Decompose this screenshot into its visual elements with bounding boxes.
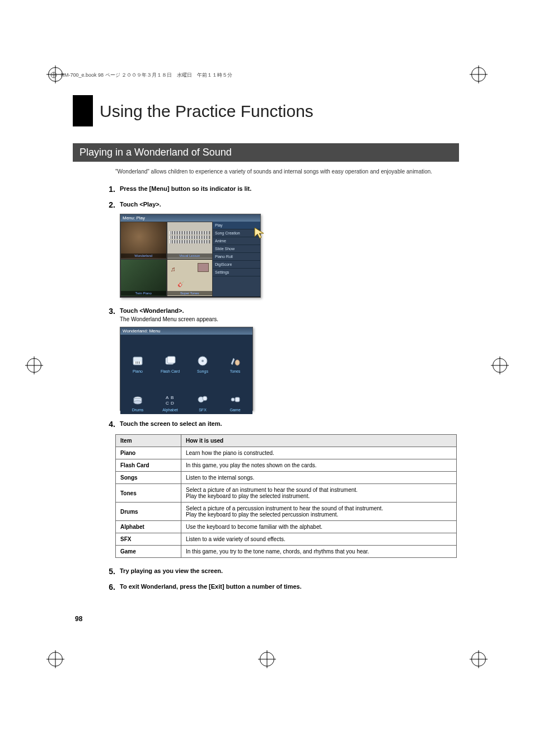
table-row: PianoLearn how the piano is constructed. <box>116 447 457 459</box>
wonder-item-piano: Piano <box>123 337 153 373</box>
svg-point-11 <box>202 360 204 362</box>
col-item: Item <box>116 435 181 447</box>
svg-text:A: A <box>166 395 169 400</box>
wonder-item-songs: Songs <box>188 337 218 373</box>
menu-cell-wonderland: Wonderland <box>120 222 167 259</box>
reg-mark-icon <box>27 358 41 373</box>
step-1: 1. Press the [Menu] button so its indica… <box>101 185 459 194</box>
step-2: 2. Touch <Play>. <box>101 200 459 209</box>
title-decor-box <box>73 95 93 126</box>
menu-cell-super-tones: ♬ 🎸 Super Tones <box>167 259 213 297</box>
wonder-item-alphabet: ABCD Alphabet <box>155 375 185 412</box>
cursor-pointer-icon <box>254 227 267 241</box>
sidebar-item-digiscore: DigiScore <box>213 261 260 269</box>
wonder-item-flash-card: Flash Card <box>155 337 185 373</box>
drum-icon <box>132 393 144 406</box>
table-row: SongsListen to the internal songs. <box>116 472 457 484</box>
step-3: 3. Touch <Wonderland>. The Wonderland Me… <box>101 307 459 322</box>
menu-cell-twin-piano: Twin Piano <box>120 259 167 297</box>
screenshot-titlebar: Menu: Play <box>120 214 260 222</box>
sidebar-item-settings: Settings <box>213 269 260 276</box>
screenshot-menu-play: Menu: Play Wonderland Visual Lesson <box>120 214 261 298</box>
abc-icon: ABCD <box>164 393 176 406</box>
svg-rect-23 <box>235 397 240 402</box>
chapter-title-block: Using the Practice Functions <box>73 95 459 126</box>
table-row: AlphabetUse the keyboard to become famil… <box>116 521 457 533</box>
step-title: Touch <Play>. <box>120 201 459 208</box>
chapter-title: Using the Practice Functions <box>100 95 313 126</box>
step-number: 1. <box>101 185 120 194</box>
svg-text:C: C <box>166 401 169 406</box>
page-number: 98 <box>75 615 82 623</box>
wonder-item-game: Game <box>220 375 250 412</box>
table-row: TonesSelect a picture of an instrument t… <box>116 484 457 503</box>
sidebar-item-slide-show: Slide Show <box>213 245 260 253</box>
col-how: How it is used <box>181 435 457 447</box>
table-row: Flash CardIn this game, you play the not… <box>116 459 457 472</box>
sfx-icon <box>196 393 209 406</box>
svg-text:D: D <box>171 401 174 406</box>
sidebar-item-piano-roll: Piano Roll <box>213 253 260 261</box>
step-number: 6. <box>101 583 120 591</box>
reg-mark-icon <box>260 652 274 666</box>
step-number: 5. <box>101 567 120 576</box>
reg-mark-icon <box>48 652 63 666</box>
svg-point-15 <box>134 401 142 404</box>
svg-point-12 <box>235 360 240 365</box>
step-title: Try playing as you view the screen. <box>120 567 459 574</box>
step-title: Press the [Menu] button so its indicator… <box>120 185 459 192</box>
wonder-item-drums: Drums <box>123 375 153 412</box>
svg-point-21 <box>203 396 207 401</box>
reg-mark-icon <box>471 67 486 82</box>
svg-text:B: B <box>171 395 174 400</box>
step-6: 6. To exit Wonderland, press the [Exit] … <box>101 583 459 591</box>
svg-rect-9 <box>167 356 175 363</box>
menu-cell-visual-lesson: Visual Lesson <box>167 222 213 259</box>
screenshot-wonderland-menu: Wonderland: Menu Piano Flash Card Songs … <box>120 327 253 411</box>
piano-icon <box>132 355 144 367</box>
table-row: SFXListen to a wide variety of sound eff… <box>116 533 457 546</box>
cd-icon <box>196 355 209 367</box>
table-row: DrumsSelect a picture of a percussion in… <box>116 503 457 521</box>
step-title: To exit Wonderland, press the [Exit] but… <box>120 583 459 590</box>
items-table: Item How it is used PianoLearn how the p… <box>115 434 457 558</box>
game-icon <box>229 393 241 406</box>
step-number: 2. <box>101 200 120 209</box>
reg-mark-icon <box>493 358 507 373</box>
reg-mark-icon <box>471 652 486 666</box>
book-icon <box>50 72 57 78</box>
screenshot-titlebar: Wonderland: Menu <box>120 327 252 335</box>
wonder-item-sfx: SFX <box>188 375 218 412</box>
table-row: GameIn this game, you try to the tone na… <box>116 546 457 558</box>
section-header: Playing in a Wonderland of Sound <box>73 143 459 162</box>
intro-text: "Wonderland" allows children to experien… <box>115 168 459 175</box>
step-subtext: The Wonderland Menu screen appears. <box>120 316 459 322</box>
wonder-item-tones: Tones <box>220 337 250 373</box>
step-4: 4. Touch the screen to select an item. <box>101 420 459 429</box>
svg-point-22 <box>231 398 235 401</box>
card-icon <box>164 355 176 367</box>
instruments-icon <box>229 355 241 367</box>
step-5: 5. Try playing as you view the screen. <box>101 567 459 576</box>
step-number: 4. <box>101 420 120 429</box>
step-number: 3. <box>101 307 120 322</box>
step-title: Touch <Wonderland>. <box>120 307 459 314</box>
step-title: Touch the screen to select an item. <box>120 420 459 427</box>
